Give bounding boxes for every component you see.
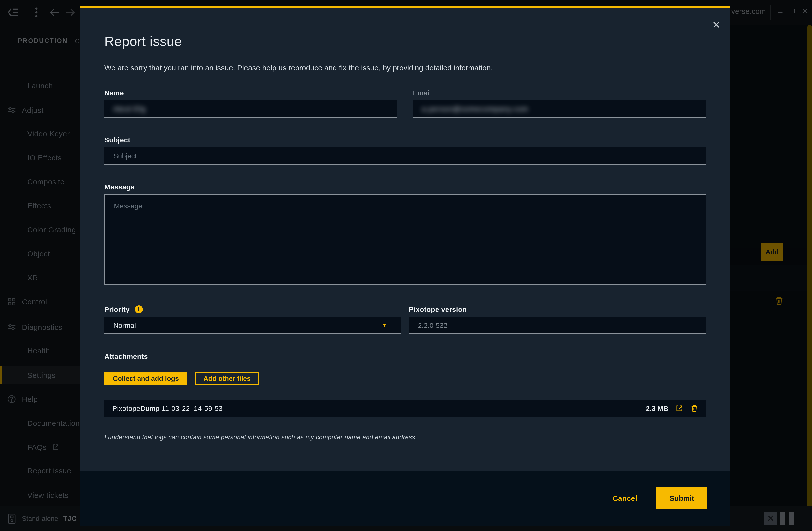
add-other-files-button[interactable]: Add other files — [195, 373, 259, 385]
name-redacted-value: Abcd Efg — [114, 105, 146, 113]
attachment-size: 2.3 MB — [646, 404, 668, 413]
dialog-footer: Cancel Submit — [81, 471, 730, 526]
version-label: Pixotope version — [409, 305, 707, 314]
report-issue-dialog: ✕ Report issue We are sorry that you ran… — [81, 6, 730, 526]
submit-button[interactable]: Submit — [656, 488, 708, 510]
email-redacted-value: a.person@somecompany.com — [422, 105, 528, 113]
message-label: Message — [104, 183, 707, 191]
attachment-row: PixotopeDump 11-03-22_14-59-53 2.3 MB — [104, 400, 707, 417]
email-field[interactable]: a.person@somecompany.com — [413, 100, 707, 118]
priority-select[interactable]: Normal ▼ — [104, 317, 401, 334]
cancel-button[interactable]: Cancel — [613, 494, 638, 502]
name-label: Name — [104, 89, 397, 97]
dialog-title: Report issue — [104, 34, 707, 49]
email-label: Email — [413, 89, 707, 97]
priority-label: Priority — [104, 305, 130, 314]
delete-attachment-icon[interactable] — [691, 404, 698, 413]
info-icon[interactable]: i — [135, 305, 143, 314]
priority-selected-value: Normal — [114, 321, 136, 329]
subject-input[interactable] — [104, 147, 707, 165]
attachment-name: PixotopeDump 11-03-22_14-59-53 — [113, 404, 223, 413]
attachments-label: Attachments — [104, 353, 707, 360]
name-field[interactable]: Abcd Efg — [104, 100, 397, 118]
app-window: verse.com – ❐ ✕ PRODUCTION Ct Launch Adj… — [0, 0, 812, 531]
dialog-description: We are sorry that you ran into an issue.… — [104, 63, 707, 72]
version-input[interactable] — [409, 317, 707, 334]
collect-logs-button[interactable]: Collect and add logs — [104, 373, 188, 385]
chevron-down-icon: ▼ — [382, 322, 387, 328]
logs-privacy-note: I understand that logs can contain some … — [104, 434, 707, 441]
message-textarea[interactable] — [104, 195, 707, 286]
open-external-icon[interactable] — [676, 404, 683, 413]
dialog-close-icon[interactable]: ✕ — [710, 18, 724, 32]
subject-label: Subject — [104, 136, 707, 144]
